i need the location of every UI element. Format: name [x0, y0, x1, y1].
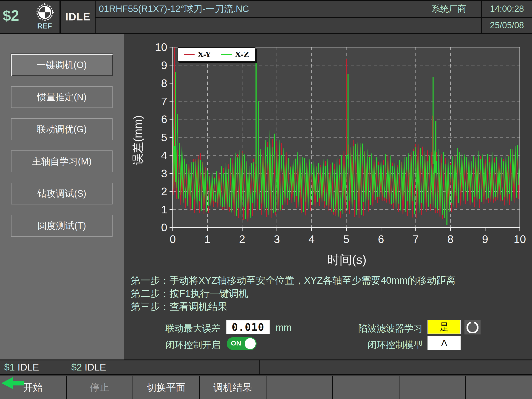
back-arrow-icon[interactable]	[1, 377, 25, 390]
legend-label: X-Z	[235, 50, 249, 59]
ytick-label: 8	[161, 77, 167, 89]
ytick-label: 5	[161, 131, 167, 144]
instruction-steps: 第一步：手动将XYZ轴移动至安全位置，XYZ各轴至少需要40mm的移动距离 第二…	[131, 274, 456, 313]
clock-time: 14:00:28	[482, 1, 532, 17]
softkey-8	[466, 376, 532, 399]
toggle-knob	[245, 338, 256, 349]
xtick-label: 4	[309, 233, 315, 245]
notch-filter-label: 陷波滤波器学习	[331, 322, 423, 335]
max-error-input[interactable]: 0.010	[226, 320, 270, 334]
xtick-label: 2	[239, 233, 245, 245]
clock-date: 25/05/08	[482, 18, 532, 33]
softkey-3[interactable]: 切换平面	[133, 376, 200, 399]
ref-label: REF	[33, 22, 56, 30]
reference-point-icon	[35, 3, 55, 22]
xtick-label: 3	[274, 233, 280, 245]
ytick-label: 1	[161, 203, 167, 216]
series-X-Y	[173, 133, 520, 222]
max-error-label: 联动最大误差	[142, 322, 221, 335]
closed-loop-toggle[interactable]: ON	[227, 337, 257, 350]
ytick-label: 10	[155, 41, 167, 53]
xtick-label: 1	[204, 233, 211, 245]
model-label: 闭环控制模型	[331, 339, 423, 351]
model-value[interactable]: A	[427, 336, 461, 350]
status-item-ch2: $2 IDLE	[71, 362, 106, 373]
status-channel: $2	[71, 362, 82, 373]
series-X-Z	[173, 73, 520, 219]
sidebar-button-2[interactable]: 惯量推定(N)	[11, 86, 113, 108]
top-bar: $2 REF IDLE 01RHF55(R1X7)-12°球刀-一刀流.NC 系…	[0, 0, 532, 34]
notch-filter-value[interactable]: 是	[427, 320, 461, 334]
step-3: 第三步：查看调机结果	[131, 300, 456, 313]
legend-label: X-Y	[198, 50, 211, 59]
softkey-7	[399, 376, 466, 399]
machine-state: IDLE	[61, 1, 95, 33]
refresh-button[interactable]	[464, 320, 481, 335]
plot-area	[173, 47, 520, 228]
legend-item-X-Z: X-Z	[221, 50, 249, 59]
status-state: IDLE	[18, 362, 39, 373]
softkey-5	[266, 376, 333, 399]
softkey-row: 开始停止切换平面调机结果	[0, 376, 532, 399]
cnc-tuning-screen: $2 REF IDLE 01RHF55(R1X7)-12°球刀-一刀流.NC 系…	[0, 0, 532, 399]
y-axis-label: 误差(mm)	[130, 115, 146, 165]
status-right-cell	[260, 361, 532, 374]
softkey-2[interactable]: 停止	[67, 376, 133, 399]
xtick-label: 8	[447, 233, 453, 245]
ytick-label: 6	[161, 113, 167, 125]
channel-cell: $2 REF	[0, 1, 59, 33]
vendor-label: 系统厂商	[431, 3, 466, 15]
sidebar-button-3[interactable]: 联动调优(G)	[11, 118, 113, 140]
sidebar-button-1[interactable]: 一键调机(O)	[11, 54, 113, 76]
closed-loop-label: 闭环控制开启	[142, 339, 221, 351]
program-row: 01RHF55(R1X7)-12°球刀-一刀流.NC 系统厂商	[95, 1, 481, 17]
chart-legend: X-YX-Z	[177, 47, 255, 62]
legend-swatch	[221, 54, 232, 55]
xtick-label: 0	[170, 233, 176, 245]
program-row-secondary	[95, 18, 481, 33]
status-state: IDLE	[84, 362, 106, 373]
xtick-label: 6	[378, 233, 384, 245]
ytick-label: 0	[161, 222, 167, 234]
ytick-label: 7	[161, 95, 167, 108]
status-item-ch1: $1 IDLE	[4, 362, 39, 373]
step-1: 第一步：手动将XYZ轴移动至安全位置，XYZ各轴至少需要40mm的移动距离	[131, 274, 456, 287]
xtick-label: 10	[514, 233, 526, 245]
softkey-4[interactable]: 调机结果	[200, 376, 266, 399]
refresh-icon	[467, 321, 478, 333]
function-sidebar: 一键调机(O)惯量推定(N)联动调优(G)主轴自学习(M)钻攻调试(S)圆度测试…	[0, 34, 124, 360]
status-left-cell: $1 IDLE$2 IDLE	[0, 361, 259, 374]
legend-swatch	[184, 54, 195, 55]
ytick-label: 4	[161, 149, 167, 161]
xtick-label: 5	[343, 233, 349, 245]
legend-item-X-Y: X-Y	[184, 50, 211, 59]
status-channel: $1	[4, 362, 15, 373]
xtick-label: 7	[412, 233, 419, 245]
max-error-unit: mm	[276, 322, 292, 333]
ytick-label: 3	[161, 167, 167, 180]
program-name: 01RHF55(R1X7)-12°球刀-一刀流.NC	[99, 3, 249, 15]
toggle-on-label: ON	[231, 339, 241, 347]
softkey-6	[333, 376, 399, 399]
sidebar-button-5[interactable]: 钻攻调试(S)	[11, 183, 113, 204]
ytick-label: 9	[161, 59, 167, 71]
sidebar-button-6[interactable]: 圆度测试(T)	[11, 215, 113, 237]
status-bar: $1 IDLE$2 IDLE	[0, 360, 532, 375]
sidebar-button-4[interactable]: 主轴自学习(M)	[11, 151, 113, 172]
channel-label: $2	[3, 7, 19, 24]
step-2: 第二步：按F1执行一键调机	[131, 287, 456, 300]
xtick-label: 9	[482, 233, 488, 245]
x-axis-label: 时间(s)	[327, 252, 367, 268]
ytick-label: 2	[161, 185, 167, 197]
